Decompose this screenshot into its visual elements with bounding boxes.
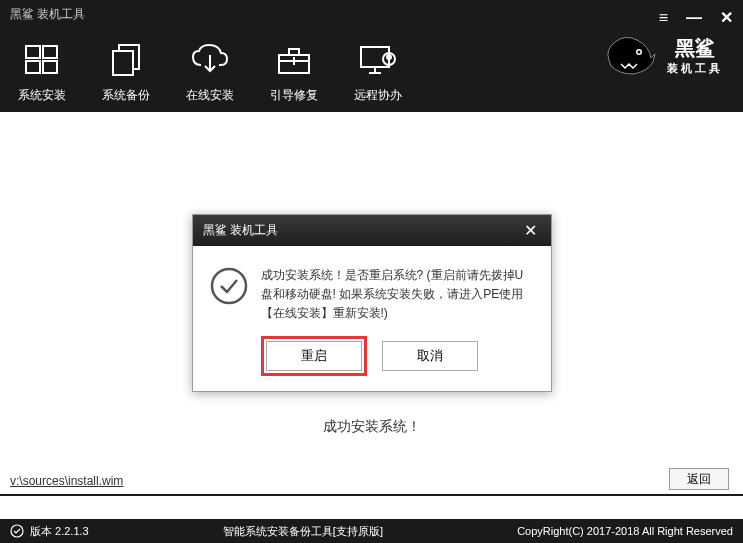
nav-label: 远程协办 xyxy=(354,87,402,104)
copyright-text: CopyRight(C) 2017-2018 All Right Reserve… xyxy=(517,525,733,537)
svg-rect-5 xyxy=(113,51,133,75)
nav-online-install[interactable]: 在线安装 xyxy=(178,39,242,104)
brand-name: 黑鲨 xyxy=(675,37,715,59)
copy-icon xyxy=(105,39,147,81)
nav-label: 系统备份 xyxy=(102,87,150,104)
version-text: 版本 2.2.1.3 xyxy=(30,524,89,539)
nav-boot-repair[interactable]: 引导修复 xyxy=(262,39,326,104)
confirm-dialog: 黑鲨 装机工具 ✕ 成功安装系统！是否重启系统? (重启前请先拨掉U盘和移动硬盘… xyxy=(192,214,552,393)
back-button[interactable]: 返回 xyxy=(669,468,729,490)
checkmark-circle-icon xyxy=(209,266,249,310)
minimize-icon[interactable]: — xyxy=(686,9,702,27)
version-icon xyxy=(10,524,24,538)
nav-system-install[interactable]: 系统安装 xyxy=(10,39,74,104)
svg-rect-3 xyxy=(43,61,57,73)
windows-icon xyxy=(21,39,63,81)
close-icon[interactable]: ✕ xyxy=(720,8,733,27)
svg-rect-2 xyxy=(26,61,40,73)
nav-system-backup[interactable]: 系统备份 xyxy=(94,39,158,104)
nav-label: 引导修复 xyxy=(270,87,318,104)
restart-button[interactable]: 重启 xyxy=(266,341,362,371)
dialog-title: 黑鲨 装机工具 xyxy=(203,222,278,239)
nav-remote-assist[interactable]: 远程协办 xyxy=(346,39,410,104)
cloud-download-icon xyxy=(189,39,231,81)
svg-point-11 xyxy=(638,51,641,54)
svg-point-12 xyxy=(212,269,246,303)
menu-icon[interactable]: ≡ xyxy=(659,9,668,27)
cancel-button[interactable]: 取消 xyxy=(382,341,478,371)
app-title: 黑鲨 装机工具 xyxy=(10,6,85,23)
dialog-close-icon[interactable]: ✕ xyxy=(520,221,541,240)
svg-rect-0 xyxy=(26,46,40,58)
status-center-text: 智能系统安装备份工具[支持原版] xyxy=(89,524,517,539)
nav-label: 在线安装 xyxy=(186,87,234,104)
remote-icon xyxy=(357,39,399,81)
dialog-message: 成功安装系统！是否重启系统? (重启前请先拨掉U盘和移动硬盘! 如果系统安装失败… xyxy=(261,266,535,324)
brand-sub: 装机工具 xyxy=(667,62,723,75)
file-path-link[interactable]: v:\sources\install.wim xyxy=(10,474,123,488)
brand-logo: 黑鲨 装机工具 xyxy=(601,30,723,82)
svg-rect-1 xyxy=(43,46,57,58)
shark-icon xyxy=(601,30,659,82)
success-message: 成功安装系统！ xyxy=(323,418,421,436)
svg-point-13 xyxy=(11,525,23,537)
toolbox-icon xyxy=(273,39,315,81)
nav-label: 系统安装 xyxy=(18,87,66,104)
